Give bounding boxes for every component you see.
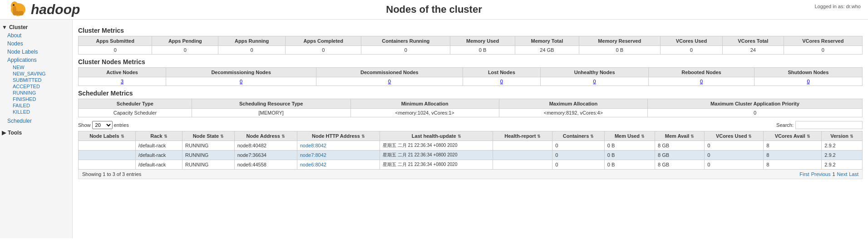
- pagination-page: 1: [832, 171, 835, 177]
- pagination-previous[interactable]: Previous: [811, 171, 831, 177]
- show-entries-select[interactable]: 10202550100: [92, 121, 113, 129]
- sidebar-item-accepted[interactable]: ACCEPTED: [0, 83, 72, 90]
- search-input[interactable]: [795, 121, 863, 129]
- sort-icon: ⇅: [361, 134, 365, 139]
- col-last-health-update[interactable]: Last health-update ⇅: [380, 131, 493, 141]
- col-containers[interactable]: Containers ⇅: [552, 131, 605, 141]
- sort-icon: ⇅: [590, 134, 594, 139]
- node-http-link[interactable]: node6:8042: [300, 162, 326, 167]
- col-node-address[interactable]: Node Address ⇅: [234, 131, 297, 141]
- col-active-nodes: Active Nodes: [79, 68, 166, 77]
- nodes-count-link[interactable]: 0: [388, 79, 391, 84]
- version-cell: 2.9.2: [822, 141, 863, 151]
- sort-icon: ⇅: [220, 134, 224, 139]
- cluster-nodes-cell: 0: [463, 77, 540, 86]
- col-scheduler-type: Scheduler Type: [79, 99, 192, 109]
- col-version[interactable]: Version ⇅: [822, 131, 863, 141]
- col-vcores-used[interactable]: VCores Used ⇅: [705, 131, 764, 141]
- sort-icon: ⇅: [537, 134, 541, 139]
- node-http-link[interactable]: node7:8042: [300, 152, 326, 158]
- last-health-update-cell: 星期五 二月 21 22:36:34 +0800 2020: [380, 151, 493, 160]
- logged-in-text: Logged in as: dr.who: [814, 4, 861, 9]
- mem-used-cell: 0 B: [604, 160, 655, 170]
- logo-text: hadoop: [31, 2, 80, 17]
- scheduler-metrics-row: Capacity Scheduler[MEMORY]<memory:1024, …: [79, 109, 863, 117]
- nodes-count-link[interactable]: 0: [700, 79, 703, 84]
- col-mem-avail[interactable]: Mem Avail ⇅: [655, 131, 704, 141]
- col-decommissioned-nodes: Decommissioned Nodes: [316, 68, 463, 77]
- sidebar-item-failed[interactable]: FAILED: [0, 102, 72, 109]
- pagination-next[interactable]: Next: [837, 171, 848, 177]
- sidebar-item-node-labels[interactable]: Node Labels: [0, 48, 72, 56]
- sort-icon: ⇅: [164, 134, 168, 139]
- search-label: Search:: [776, 122, 794, 128]
- sidebar-item-applications[interactable]: Applications: [0, 56, 72, 64]
- col-rebooted-nodes: Rebooted Nodes: [649, 68, 755, 77]
- sidebar-tools-label: Tools: [8, 130, 22, 136]
- sidebar-item-finished[interactable]: FINISHED: [0, 96, 72, 102]
- sidebar-item-nodes[interactable]: Nodes: [0, 40, 72, 48]
- col-unhealthy-nodes: Unhealthy Nodes: [541, 68, 649, 77]
- col-vcores-avail[interactable]: VCores Avail ⇅: [764, 131, 822, 141]
- table-row: /default-rackRUNNINGnode8:40482node8:804…: [79, 141, 863, 151]
- nodes-count-link[interactable]: 0: [240, 79, 242, 84]
- sidebar-item-new-saving[interactable]: NEW_SAVING: [0, 70, 72, 77]
- last-health-update-cell: 星期五 二月 21 22:36:34 +0800 2020: [380, 141, 493, 151]
- scheduler-metrics-cell: 0: [648, 109, 863, 117]
- sidebar-item-about[interactable]: About: [0, 31, 72, 40]
- col-health-report[interactable]: Health-report ⇅: [493, 131, 552, 141]
- sidebar-cluster-label: Cluster: [9, 24, 28, 30]
- node-state-cell: RUNNING: [182, 141, 235, 151]
- node-http-link[interactable]: node8:8042: [300, 143, 326, 148]
- svg-point-3: [13, 4, 15, 6]
- col-mem-used[interactable]: Mem Used ⇅: [604, 131, 655, 141]
- pagination-first[interactable]: First: [799, 171, 809, 177]
- cluster-metrics-table: Apps Submitted Apps Pending Apps Running…: [78, 36, 863, 55]
- cluster-nodes-row: 3000000: [79, 77, 863, 86]
- sidebar-item-new[interactable]: NEW: [0, 64, 72, 70]
- pagination-last[interactable]: Last: [849, 171, 858, 177]
- col-lost-nodes: Lost Nodes: [463, 68, 540, 77]
- scheduler-metrics-title: Scheduler Metrics: [78, 90, 863, 97]
- col-node-http-address[interactable]: Node HTTP Address ⇅: [297, 131, 380, 141]
- col-apps-completed: Apps Completed: [286, 36, 361, 46]
- col-apps-running: Apps Running: [218, 36, 286, 46]
- mem-avail-cell: 8 GB: [655, 151, 704, 160]
- sidebar-cluster-header[interactable]: ▼ Cluster: [0, 23, 72, 31]
- nodes-count-link[interactable]: 0: [807, 79, 809, 84]
- cluster-metrics-cell: 0 B: [579, 46, 660, 55]
- vcores-avail-cell: 8: [764, 160, 822, 170]
- cluster-metrics-cell: 0: [286, 46, 361, 55]
- col-node-labels[interactable]: Node Labels ⇅: [79, 131, 136, 141]
- col-decommissioning-nodes: Decommissioning Nodes: [166, 68, 316, 77]
- search-bar: Search:: [776, 121, 863, 129]
- sidebar-item-scheduler[interactable]: Scheduler: [0, 117, 72, 125]
- cluster-metrics-cell: 24: [722, 46, 784, 55]
- cluster-metrics-cell: 0: [660, 46, 722, 55]
- col-rack[interactable]: Rack ⇅: [135, 131, 182, 141]
- active-nodes-link[interactable]: 3: [121, 79, 123, 84]
- svg-point-7: [18, 11, 22, 15]
- nodes-table: Node Labels ⇅ Rack ⇅ Node State ⇅ Node A…: [78, 131, 863, 170]
- node-state-cell: RUNNING: [182, 151, 235, 160]
- node-http-address-cell: node8:8042: [297, 141, 380, 151]
- pagination: First Previous 1 Next Last: [799, 171, 858, 177]
- sort-icon: ⇅: [748, 134, 752, 139]
- col-memory-used: Memory Used: [450, 36, 515, 46]
- sidebar-item-submitted[interactable]: SUBMITTED: [0, 77, 72, 83]
- sidebar-tools-header[interactable]: ▶ Tools: [0, 129, 72, 137]
- triangle-icon: ▼: [2, 24, 7, 30]
- version-cell: 2.9.2: [822, 151, 863, 160]
- nodes-count-link[interactable]: 0: [500, 79, 503, 84]
- col-apps-pending: Apps Pending: [152, 36, 218, 46]
- node-labels-cell: [79, 160, 136, 170]
- vcores-avail-cell: 8: [764, 151, 822, 160]
- cluster-metrics-cell: 0: [784, 46, 862, 55]
- entries-label: entries: [114, 122, 129, 128]
- col-node-state[interactable]: Node State ⇅: [182, 131, 235, 141]
- nodes-count-link[interactable]: 0: [593, 79, 596, 84]
- sidebar-item-killed[interactable]: KILLED: [0, 109, 72, 115]
- node-address-cell: node7:36634: [234, 151, 297, 160]
- sidebar-item-running[interactable]: RUNNING: [0, 90, 72, 96]
- cluster-nodes-cell: 0: [649, 77, 755, 86]
